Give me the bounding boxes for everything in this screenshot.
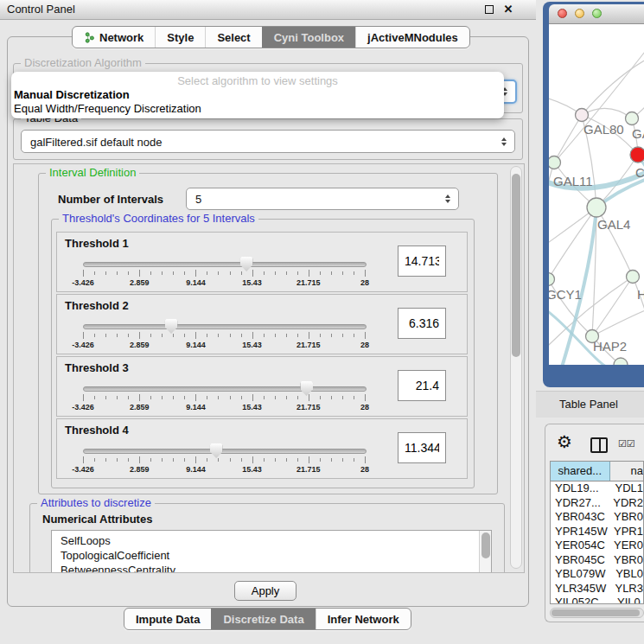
tab-select[interactable]: Select — [205, 27, 261, 48]
node-label: GAL80 — [583, 122, 624, 137]
apply-button[interactable]: Apply — [234, 581, 296, 601]
slider-tick-labels: -3.4262.8599.14415.4321.71528 — [83, 278, 365, 288]
tab-label: Cyni Toolbox — [274, 31, 344, 44]
network-node[interactable] — [630, 147, 644, 163]
list-scrollbar[interactable] — [479, 531, 491, 573]
table-row[interactable]: YDR27...YDR2 — [551, 496, 643, 511]
num-intervals-value: 5 — [195, 193, 201, 206]
threshold-label: Threshold 3 — [65, 361, 129, 374]
tab-cyni-toolbox[interactable]: Cyni Toolbox — [262, 27, 355, 48]
table-row[interactable]: YBR045CYBR0 — [551, 553, 643, 568]
network-edge — [582, 108, 632, 118]
tab-impute-data[interactable]: Impute Data — [124, 609, 211, 629]
tab-discretize-data[interactable]: Discretize Data — [211, 609, 315, 629]
threshold-value-input[interactable] — [398, 245, 446, 277]
network-edge — [592, 309, 644, 336]
slider-ticks — [83, 394, 365, 402]
threshold-value-input[interactable] — [398, 370, 446, 401]
scrollbar-thumb[interactable] — [512, 174, 520, 357]
column-header-name[interactable]: na — [610, 462, 643, 481]
zoom-traffic-light[interactable] — [592, 9, 602, 18]
tick-label: 28 — [360, 341, 369, 349]
cell-name: YIL0 — [614, 596, 641, 604]
cell-name: YBR0 — [610, 553, 643, 568]
tab-style[interactable]: Style — [155, 27, 205, 48]
screen: Control Panel ✕ NetworkStyleSelectCyni T… — [0, 0, 644, 644]
network-node[interactable] — [626, 112, 639, 125]
tick-label: 9.144 — [186, 403, 206, 411]
threshold-slider[interactable] — [83, 449, 367, 454]
network-edge — [582, 59, 644, 115]
scrollbar-thumb[interactable] — [552, 609, 640, 616]
table-row[interactable]: YBL079WYBL0 — [551, 567, 643, 582]
panel-tab-bar: NetworkStyleSelectCyni ToolboxjActiveMNo… — [72, 26, 470, 48]
network-node[interactable] — [587, 198, 606, 217]
attribute-list-item[interactable]: TopologicalCoefficient — [52, 548, 491, 563]
tab-label: Infer Network — [328, 613, 399, 626]
scrollbar-thumb[interactable] — [481, 532, 490, 558]
node-label: H — [637, 287, 644, 302]
tick-label: 9.144 — [186, 465, 206, 474]
node-label: GA — [632, 126, 644, 141]
cell-name: YDR2 — [609, 496, 643, 511]
threshold-slider[interactable] — [83, 262, 367, 267]
close-traffic-light[interactable] — [558, 9, 567, 18]
close-window-button[interactable]: ✕ — [501, 3, 515, 16]
attribute-list-item[interactable]: BetweennessCentrality — [52, 563, 491, 573]
tab-label: Style — [167, 31, 194, 44]
network-node[interactable] — [614, 358, 628, 365]
tick-label: 9.144 — [186, 278, 206, 287]
dropdown-option-manual-discretization[interactable]: Manual Discretization — [11, 88, 504, 102]
combo-arrows-icon[interactable] — [501, 137, 507, 146]
combo-arrows-icon[interactable] — [445, 194, 450, 203]
table-row[interactable]: YER054CYER0 — [551, 539, 643, 553]
table-header-row: shared... na — [551, 462, 643, 481]
select-columns-icon[interactable]: ☑☑ — [618, 438, 635, 450]
table-row[interactable]: YLR345WYLR3 — [551, 582, 643, 596]
slider-tick-labels: -3.4262.8599.14415.4321.71528 — [83, 465, 365, 475]
table-row[interactable]: YIL052CYIL0 — [551, 596, 643, 604]
table-data-combobox[interactable]: galFiltered.sif default node — [21, 130, 515, 153]
num-intervals-combobox[interactable]: 5 — [186, 188, 459, 210]
numerical-attributes-list: SelfLoopsTopologicalCoefficientBetweenne… — [51, 530, 492, 573]
float-window-button[interactable] — [482, 3, 496, 16]
network-node[interactable] — [627, 271, 640, 284]
panel-scrollbar[interactable] — [510, 166, 522, 569]
network-edge — [554, 115, 582, 163]
column-header-shared-name[interactable]: shared... — [551, 462, 610, 481]
minimize-traffic-light[interactable] — [575, 9, 584, 18]
table-panel-header: Table Panel — [536, 391, 644, 418]
cell-shared-name: YBL079W — [551, 567, 612, 582]
table-row[interactable]: YDL19...YDL1 — [551, 481, 643, 496]
cell-shared-name: YDR27... — [551, 496, 609, 511]
tab-label: Network — [99, 31, 143, 44]
horizontal-scrollbar[interactable] — [550, 608, 644, 618]
network-window-titlebar[interactable] — [549, 4, 644, 24]
cell-shared-name: YPR145W — [551, 525, 610, 539]
node-label: GCY1 — [549, 287, 582, 302]
node-label: GAL4 — [597, 217, 630, 232]
cell-name: YLR3 — [611, 582, 643, 596]
gear-icon[interactable]: ⚙ — [557, 433, 572, 450]
dropdown-option-equal-width-frequency[interactable]: Equal Width/Frequency Discretization — [11, 102, 504, 116]
cell-shared-name: YER054C — [551, 539, 610, 553]
node-label: HAP2 — [593, 339, 627, 354]
group-title-algorithm: Discretization Algorithm — [21, 57, 145, 69]
threshold-value-input[interactable] — [398, 308, 446, 339]
tab-infer-network[interactable]: Infer Network — [316, 609, 411, 629]
table-row[interactable]: YPR145WYPR1 — [551, 525, 643, 539]
attribute-list-item[interactable]: SelfLoops — [52, 531, 491, 548]
network-node[interactable] — [549, 156, 561, 169]
network-node[interactable] — [549, 273, 555, 286]
network-node[interactable] — [576, 109, 589, 122]
threshold-value-input[interactable] — [398, 432, 446, 463]
tab-network[interactable]: Network — [73, 27, 155, 48]
threshold-slider[interactable] — [83, 386, 367, 392]
tab-jactivemnodules[interactable]: jActiveMNodules — [355, 27, 469, 48]
tick-label: 9.144 — [186, 341, 206, 349]
columns-icon[interactable] — [590, 437, 608, 453]
tick-label: 15.43 — [242, 403, 262, 411]
network-canvas[interactable]: GAL80GACGAL11GAL4GCY1HHAP2 — [549, 24, 644, 365]
threshold-slider[interactable] — [83, 324, 367, 329]
table-row[interactable]: YBR043CYBR0 — [551, 510, 643, 525]
